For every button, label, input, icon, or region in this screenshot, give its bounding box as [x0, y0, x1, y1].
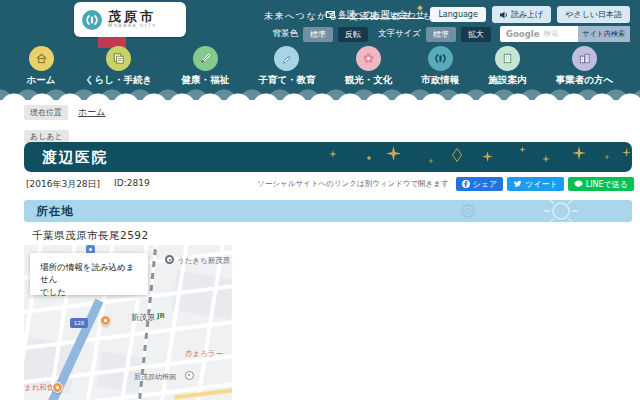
poi-orange-marker[interactable] — [52, 382, 63, 393]
search-placeholder: 検索 — [539, 29, 577, 39]
sparkle-icon — [519, 146, 526, 153]
section-title: 所在地 — [36, 204, 74, 219]
utility-row-top: 各課へのお問い合わせ Language 読み上げ やさしい日本語 — [326, 6, 630, 23]
flower-decor-icon — [459, 202, 477, 220]
poi-label-washoku[interactable]: まれ和食 — [24, 383, 54, 393]
map-embed[interactable]: うたきち新茂原 新茂原 JR 128 赤まろラー 新茂原幼稚園 まれ和食 場所の… — [24, 245, 232, 400]
breadcrumb-home-link[interactable]: ホーム — [78, 106, 105, 119]
google-logo: Google — [500, 29, 539, 39]
easy-japanese-button[interactable]: やさしい日本語 — [557, 6, 630, 23]
poi-label-ramen[interactable]: 赤まろラー — [185, 349, 223, 359]
page-title: 渡辺医院 — [42, 148, 108, 167]
social-note: ソーシャルサイトへのリンクは別ウィンドウで開きます — [257, 179, 448, 189]
home-icon — [29, 46, 54, 71]
sparkle-icon — [386, 146, 401, 161]
scallop-edge — [0, 86, 640, 101]
city-emblem-icon — [82, 10, 102, 30]
breadcrumb: 現在位置 ホーム — [24, 105, 105, 120]
nav-item-shisetsu[interactable]: 施設案内 — [489, 46, 527, 87]
logo-title: 茂原市 — [108, 10, 157, 24]
font-standard-button[interactable]: 標準 — [426, 27, 456, 42]
documents-icon — [106, 46, 131, 71]
nav-item-kosodate[interactable]: 子育て・教育 — [258, 46, 315, 87]
facebook-icon — [462, 180, 470, 188]
section-header-location: 所在地 — [24, 200, 632, 222]
nav-item-home[interactable]: ホーム — [27, 46, 56, 87]
diamond-outline-icon — [452, 148, 462, 162]
read-aloud-button[interactable]: 読み上げ — [492, 6, 551, 23]
city-emblem-nav-icon — [428, 46, 453, 71]
twitter-bird-icon — [513, 180, 522, 188]
poi-label-kindergarten[interactable]: 新茂原幼稚園 — [134, 372, 176, 382]
poi-label-utakichi[interactable]: うたきち新茂原 — [177, 256, 230, 266]
sparkle-icon — [482, 151, 493, 162]
main-nav: ホーム くらし・手続き 健康・福祉 子育て・教育 — [0, 46, 640, 87]
font-large-button[interactable]: 拡大 — [461, 27, 491, 42]
sparkle-icon — [622, 148, 631, 157]
address-text: 千葉県茂原市長尾2592 — [32, 229, 149, 243]
social-share-row: ソーシャルサイトへのリンクは別ウィンドウで開きます シェア ツイート LINEで… — [257, 177, 634, 191]
speaker-icon — [500, 11, 508, 19]
poi-kindergarten-marker[interactable] — [185, 371, 194, 380]
sparkle-icon — [428, 158, 434, 164]
line-share-button[interactable]: LINEで送る — [568, 177, 634, 191]
nav-item-shisei[interactable]: 市政情報 — [421, 46, 459, 87]
sparkle-icon — [572, 146, 586, 160]
building-icon — [495, 46, 520, 71]
nav-item-kenko[interactable]: 健康・福祉 — [181, 46, 229, 87]
site-search-input[interactable]: Google 検索 サイト内検索 — [500, 26, 630, 42]
article-meta: [2016年3月28日] ID:2819 — [26, 178, 150, 191]
mail-icon — [326, 11, 335, 18]
jr-logo: JR — [157, 312, 165, 320]
bg-standard-button[interactable]: 標準 — [303, 27, 333, 42]
flower-icon — [356, 46, 381, 71]
line-icon — [574, 180, 583, 188]
sparkle-icon — [329, 150, 337, 158]
sun-decor-icon — [542, 200, 580, 222]
site-logo[interactable]: 茂原市 MOBARA CITY — [74, 2, 186, 37]
font-size-label: 文字サイズ — [378, 28, 421, 40]
nav-item-jigyosha[interactable]: 事業者の方へ — [556, 46, 613, 87]
map-error-line1: 場所の情報を読み込めません — [40, 261, 140, 286]
bg-color-label: 背景色 — [272, 28, 298, 40]
map-error-line2: でした — [40, 286, 140, 298]
bg-invert-button[interactable]: 反転 — [338, 27, 368, 42]
contact-link[interactable]: 各課へのお問い合わせ — [326, 9, 424, 21]
pencil-icon — [274, 46, 299, 71]
page-title-bar: 渡辺医院 — [24, 142, 632, 172]
article-date: [2016年3月28日] — [26, 178, 100, 191]
twitter-share-button[interactable]: ツイート — [507, 177, 564, 191]
office-buildings-icon — [572, 46, 597, 71]
nav-item-kanko[interactable]: 観光・文化 — [345, 46, 393, 87]
thermometer-icon — [193, 46, 218, 71]
facebook-share-button[interactable]: シェア — [456, 177, 504, 191]
site-search-button[interactable]: サイト内検索 — [578, 26, 631, 42]
language-button[interactable]: Language — [430, 7, 485, 22]
logo-subtitle: MOBARA CITY — [108, 24, 157, 29]
poi-ring-marker[interactable] — [165, 255, 174, 264]
map-error-box: 場所の情報を読み込めません でした — [30, 253, 148, 295]
current-position-label: 現在位置 — [24, 105, 68, 120]
article-id: ID:2819 — [114, 178, 150, 191]
route-shield: 128 — [70, 318, 88, 328]
sparkle-icon — [367, 156, 371, 160]
footprint-row: あしあと — [24, 124, 69, 143]
mobara-city-page: 茂原市 MOBARA CITY 未来へつながる 交流拠点都市 もばら 各課へのお… — [0, 0, 640, 400]
sparkle-icon — [542, 155, 550, 163]
sparkle-icon — [604, 154, 610, 160]
nav-item-kurashi[interactable]: くらし・手続き — [85, 46, 152, 87]
poi-orange-marker[interactable] — [100, 315, 111, 326]
utility-row-bottom: 背景色 標準 反転 文字サイズ 標準 拡大 Google 検索 サイト内検索 — [272, 26, 630, 42]
station-label[interactable]: 新茂原 — [131, 312, 155, 323]
site-header: 茂原市 MOBARA CITY 未来へつながる 交流拠点都市 もばら 各課へのお… — [0, 0, 640, 100]
